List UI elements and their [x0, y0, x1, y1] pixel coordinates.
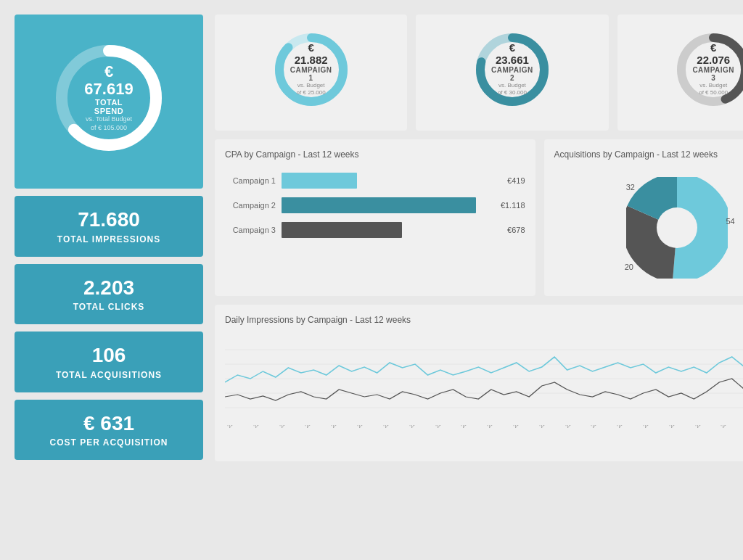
clicks-value: 2.203: [26, 276, 192, 300]
acq-chart-title: Acquisitions by Campaign - Last 12 weeks: [554, 149, 743, 160]
bar-value-3: €678: [507, 226, 525, 234]
bar-label-3: Campaign 3: [225, 226, 276, 234]
pie-label-20: 20: [625, 263, 633, 271]
campaign-2-donut: € 23.661 CAMPAIGN 2 vs. Budget of € 30.0…: [472, 30, 552, 110]
total-spend-center: € 67.619 TOTAL SPEND vs. Total Budget of…: [80, 63, 138, 133]
campaign-1-name: CAMPAIGN 1: [290, 66, 332, 82]
impressions-label: TOTAL IMPRESSIONS: [57, 234, 160, 244]
acquisitions-value: 106: [26, 343, 192, 368]
bar-value-2: €1.118: [501, 201, 525, 210]
bar-track-2: [282, 197, 490, 213]
x-axis: 2016-01-21 2016-01-25 2016-01-29 2016-02…: [225, 425, 743, 451]
campaign-1-sub2: of € 25.000: [290, 90, 332, 97]
line-campaign-2: [225, 379, 743, 400]
bar-label-2: Campaign 2: [225, 201, 276, 210]
line-chart-svg: [225, 335, 743, 422]
campaign-2-card: € 23.661 CAMPAIGN 2 vs. Budget of € 30.0…: [416, 15, 608, 131]
clicks-box: 2.203 TOTAL CLICKS: [15, 264, 203, 325]
campaign-1-donut: € 21.882 CAMPAIGN 1 vs. Budget of € 25.0…: [271, 30, 351, 110]
pie-label-54: 54: [726, 217, 734, 226]
x-label-20: 2016-04-06: [720, 425, 743, 443]
cpa-chart-title: CPA by Campaign - Last 12 weeks: [225, 149, 525, 160]
clicks-label: TOTAL CLICKS: [73, 302, 145, 312]
main-content: € 21.882 CAMPAIGN 1 vs. Budget of € 25.0…: [215, 15, 743, 461]
svg-point-11: [657, 207, 697, 248]
total-spend-label: TOTAL SPEND: [80, 99, 138, 116]
campaign-1-card: € 21.882 CAMPAIGN 1 vs. Budget of € 25.0…: [215, 15, 407, 131]
pie-label-32: 32: [626, 183, 635, 192]
bar-row-3: Campaign 3 €678: [225, 222, 525, 238]
campaign-2-center: € 23.661 CAMPAIGN 2 vs. Budget of € 30.0…: [491, 42, 533, 97]
campaign-3-donut: € 22.076 CAMPAIGN 3 vs. Budget of € 50.0…: [673, 30, 743, 110]
campaign-2-sub: vs. Budget: [491, 82, 533, 89]
bar-track-1: [282, 173, 497, 189]
campaign-3-name: CAMPAIGN 3: [692, 66, 734, 82]
total-spend-sublabel2: of € 105.000: [80, 124, 138, 133]
cpa-bar-chart: Campaign 1 €419 Campaign 2 €1.118: [225, 170, 525, 241]
campaign-2-amount: € 23.661: [491, 42, 533, 66]
impressions-value: 71.680: [26, 207, 192, 232]
campaign-row: € 21.882 CAMPAIGN 1 vs. Budget of € 25.0…: [215, 15, 743, 131]
bar-fill-1: [282, 173, 357, 189]
line-chart-title: Daily Impressions by Campaign - Last 12 …: [225, 315, 743, 325]
cpa-box: € 631 COST PER ACQUISITION: [15, 400, 203, 461]
campaign-3-sub: vs. Budget: [692, 82, 734, 89]
campaign-3-card: € 22.076 CAMPAIGN 3 vs. Budget of € 50.0…: [617, 15, 743, 131]
campaign-3-center: € 22.076 CAMPAIGN 3 vs. Budget of € 50.0…: [692, 42, 734, 97]
campaign-1-sub: vs. Budget: [290, 82, 332, 89]
bar-label-1: Campaign 1: [225, 176, 276, 185]
total-spend-sublabel: vs. Total Budget: [80, 116, 138, 125]
bar-row-2: Campaign 2 €1.118: [225, 197, 525, 213]
total-spend-donut: € 67.619 TOTAL SPEND vs. Total Budget of…: [51, 40, 167, 156]
campaign-1-center: € 21.882 CAMPAIGN 1 vs. Budget of € 25.0…: [290, 42, 332, 97]
bar-fill-2: [282, 197, 476, 213]
acquisitions-label: TOTAL ACQUISITIONS: [56, 370, 162, 380]
campaign-3-sub2: of € 50.000: [692, 90, 734, 97]
cpa-label: COST PER ACQUISITION: [50, 437, 168, 448]
campaign-1-amount: € 21.882: [290, 42, 332, 66]
bar-fill-3: [282, 222, 402, 238]
bar-track-3: [282, 222, 497, 238]
sidebar: € 67.619 TOTAL SPEND vs. Total Budget of…: [15, 15, 203, 461]
bar-value-1: €419: [507, 176, 525, 185]
campaign-3-amount: € 22.076: [692, 42, 734, 66]
acquisitions-box: 106 TOTAL ACQUISITIONS: [15, 332, 203, 392]
cpa-chart-card: CPA by Campaign - Last 12 weeks Campaign…: [215, 139, 535, 296]
campaign-2-sub2: of € 30.000: [491, 90, 533, 97]
cpa-value: € 631: [26, 411, 192, 436]
charts-row: CPA by Campaign - Last 12 weeks Campaign…: [215, 139, 743, 296]
line-chart-card: Daily Impressions by Campaign - Last 12 …: [215, 305, 743, 461]
impressions-box: 71.680 TOTAL IMPRESSIONS: [15, 196, 203, 257]
acq-chart-card: Acquisitions by Campaign - Last 12 weeks: [544, 139, 743, 296]
bar-row-1: Campaign 1 €419: [225, 173, 525, 189]
pie-container: 32 54 20: [554, 170, 743, 286]
total-spend-amount: € 67.619: [80, 63, 138, 98]
total-spend-card: € 67.619 TOTAL SPEND vs. Total Budget of…: [15, 15, 203, 189]
campaign-2-name: CAMPAIGN 2: [491, 66, 533, 82]
dashboard: € 67.619 TOTAL SPEND vs. Total Budget of…: [15, 15, 728, 461]
